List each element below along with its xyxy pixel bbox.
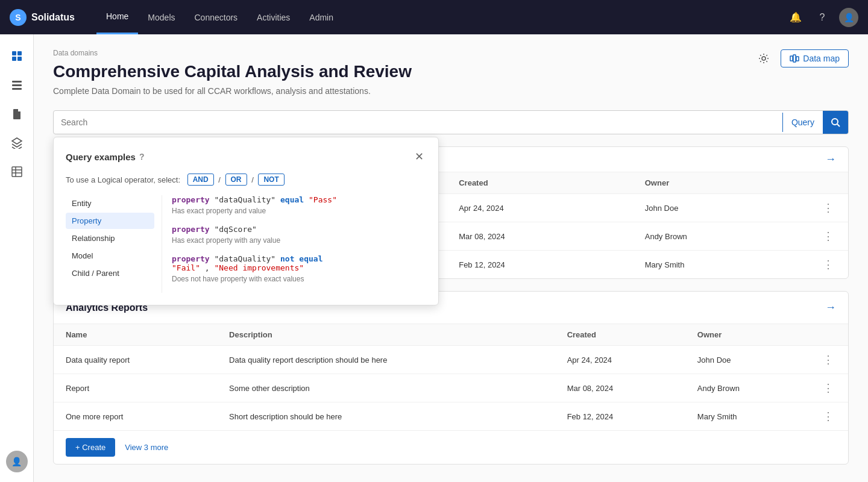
view-more-link[interactable]: View 3 more <box>125 443 168 452</box>
search-input[interactable] <box>54 113 782 132</box>
or-operator[interactable]: OR <box>225 174 247 186</box>
svg-rect-1 <box>17 51 22 55</box>
search-bar: Query <box>53 110 849 134</box>
svg-rect-3 <box>17 57 22 61</box>
analytics-cell-created-1: Apr 24, 2024 <box>555 346 685 374</box>
svg-rect-14 <box>796 57 799 61</box>
help-icon[interactable]: ? <box>813 8 832 27</box>
user-avatar[interactable]: 👤 <box>839 8 858 27</box>
example-desc-2: Has exact property with any value <box>172 236 426 245</box>
sidebar-icon-layers[interactable] <box>5 131 29 155</box>
row-more-button[interactable]: ⋮ <box>820 230 836 243</box>
cell-owner: Mary Smith <box>633 251 808 279</box>
sidebar-icon-grid[interactable] <box>5 44 29 68</box>
and-operator[interactable]: AND <box>187 174 214 186</box>
settings-icon[interactable] <box>754 49 773 68</box>
col-owner: Owner <box>633 172 808 194</box>
nav-item-activities[interactable]: Activities <box>247 0 300 34</box>
example-code-1: property "dataQuality" equal "Pass" <box>172 195 426 204</box>
analytics-cell-owner-3: Mary Smith <box>685 402 808 431</box>
row-more-button[interactable]: ⋮ <box>820 201 836 214</box>
analytics-footer: + Create View 3 more <box>54 430 848 464</box>
example-desc-1: Has exact property and value <box>172 207 426 215</box>
cell-more: ⋮ <box>808 194 848 222</box>
main-content: Data map Data domains Comprehensive Capi… <box>34 34 868 482</box>
query-cat-property[interactable]: Property <box>66 213 154 229</box>
close-icon[interactable]: ✕ <box>412 149 426 164</box>
row-more-button[interactable]: ⋮ <box>820 381 836 395</box>
sidebar-icon-list[interactable] <box>5 73 29 97</box>
analytics-cell-desc-2: Some other description <box>217 374 555 402</box>
svg-point-15 <box>832 119 838 125</box>
table-row: Report Some other description Mar 08, 20… <box>54 374 848 402</box>
notification-icon[interactable]: 🔔 <box>786 8 805 27</box>
analytics-col-actions <box>808 324 848 346</box>
nav-items: Home Models Connectors Activities Admin <box>96 0 786 34</box>
svg-point-11 <box>762 57 766 60</box>
svg-rect-13 <box>793 55 796 62</box>
svg-rect-0 <box>12 51 16 55</box>
analytics-cell-name-1: Data quality report <box>54 346 217 374</box>
create-button[interactable]: + Create <box>66 438 115 457</box>
nav-item-models[interactable]: Models <box>138 0 184 34</box>
query-dropdown: Query examples ? ✕ To use a Logical oper… <box>53 137 439 305</box>
analytics-cell-more-3: ⋮ <box>808 402 848 431</box>
example-desc-3: Does not have property with exact values <box>172 275 426 283</box>
analytics-table: Name Description Created Owner Data qual… <box>54 324 848 430</box>
logical-operators: To use a Logical operator, select: AND /… <box>66 174 426 186</box>
svg-rect-4 <box>12 81 22 83</box>
analytics-cell-desc-1: Data quality report description should b… <box>217 346 555 374</box>
analytics-cell-more-1: ⋮ <box>808 346 848 374</box>
sidebar-user-avatar[interactable]: 👤 <box>6 451 28 472</box>
analytics-cell-name-3: One more report <box>54 402 217 431</box>
query-cat-entity[interactable]: Entity <box>66 195 154 211</box>
nav-right-actions: 🔔 ? 👤 <box>786 8 858 27</box>
svg-rect-12 <box>790 56 793 61</box>
query-cat-model[interactable]: Model <box>66 248 154 264</box>
search-submit-button[interactable] <box>823 111 848 134</box>
query-examples-title: Query examples ? <box>66 152 144 162</box>
analytics-cell-more-2: ⋮ <box>808 374 848 402</box>
query-cat-relationship[interactable]: Relationship <box>66 230 154 246</box>
sidebar-icon-table[interactable] <box>5 160 29 184</box>
row-more-button[interactable]: ⋮ <box>820 410 836 423</box>
nav-item-admin[interactable]: Admin <box>300 0 343 34</box>
upper-section-expand[interactable]: → <box>825 153 836 166</box>
query-cat-child-parent[interactable]: Child / Parent <box>66 265 154 281</box>
col-actions <box>808 172 848 194</box>
example-code-2: property "dqScore" <box>172 225 426 234</box>
logo[interactable]: S Solidatus <box>10 9 82 26</box>
cell-owner: Andy Brown <box>633 222 808 251</box>
row-more-button[interactable]: ⋮ <box>820 353 836 366</box>
query-example-2: property "dqScore" Has exact property wi… <box>172 225 426 245</box>
header-actions: Data map <box>754 49 849 68</box>
main-layout: 👤 Data map Data domains Comprehen <box>0 34 868 482</box>
query-help-icon[interactable]: ? <box>139 152 145 161</box>
cell-owner: John Doe <box>633 194 808 222</box>
analytics-expand-button[interactable]: → <box>825 301 836 314</box>
analytics-section-card: Analytics Reports → Name Description Cre… <box>53 291 849 465</box>
analytics-cell-owner-2: Andy Brown <box>685 374 808 402</box>
cell-created: Feb 12, 2024 <box>447 251 633 279</box>
cell-created: Mar 08, 2024 <box>447 222 633 251</box>
query-button[interactable]: Query <box>782 113 823 132</box>
data-map-button[interactable]: Data map <box>781 49 849 67</box>
breadcrumb: Data domains <box>53 49 849 57</box>
top-navigation: S Solidatus Home Models Connectors Activ… <box>0 0 868 34</box>
nav-item-connectors[interactable]: Connectors <box>185 0 248 34</box>
search-icon <box>831 117 840 127</box>
sidebar-icon-document[interactable] <box>5 102 29 126</box>
cell-more: ⋮ <box>808 251 848 279</box>
not-operator[interactable]: NOT <box>258 174 284 186</box>
row-more-button[interactable]: ⋮ <box>820 258 836 271</box>
query-categories: Entity Property Relationship Model Child… <box>66 195 162 293</box>
svg-rect-6 <box>12 88 22 90</box>
sidebar: 👤 <box>0 34 34 482</box>
table-row: Data quality report Data quality report … <box>54 346 848 374</box>
analytics-cell-created-2: Mar 08, 2024 <box>555 374 685 402</box>
svg-rect-2 <box>12 57 16 61</box>
page-title: Comprehensive Capital Analysis and Revie… <box>53 62 849 81</box>
nav-item-home[interactable]: Home <box>96 0 138 34</box>
example-code-3: property "dataQuality" not equal "Fail" … <box>172 254 426 272</box>
analytics-cell-created-3: Feb 12, 2024 <box>555 402 685 431</box>
